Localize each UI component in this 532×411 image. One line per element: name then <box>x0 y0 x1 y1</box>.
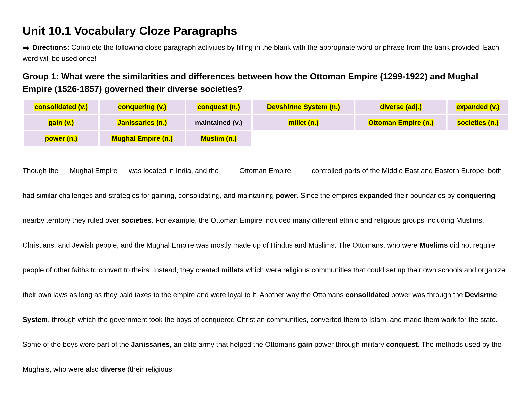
fill-blank[interactable]: Ottoman Empire <box>221 167 309 175</box>
directions-label: Directions: <box>32 43 69 51</box>
fill-blank[interactable]: Mughal Empire <box>61 167 126 175</box>
bold-word: power <box>276 191 297 199</box>
bold-word: millets <box>221 266 244 274</box>
word-bank-cell: Ottoman Empire (n.) <box>355 115 446 130</box>
word-bank-cell: expanded (v.) <box>447 100 508 114</box>
bold-word: conquering <box>457 191 495 199</box>
arrow-right-icon: ➡ <box>23 42 29 54</box>
text: power through military <box>313 340 386 348</box>
bold-word: expanded <box>359 191 392 199</box>
text: , an elite army that helped the Ottomans <box>170 340 298 348</box>
bold-word: Janissaries <box>131 340 170 348</box>
word-bank-cell: power (n.) <box>24 131 98 146</box>
word-bank-body: consolidated (v.)conquering (v.)conquest… <box>24 100 508 146</box>
word-bank-cell: Muslim (n.) <box>186 131 251 146</box>
word-bank-cell: conquest (n.) <box>186 100 251 114</box>
word-bank-cell <box>355 131 446 146</box>
worksheet-page: Unit 10.1 Vocabulary Cloze Paragraphs ➡ … <box>0 0 532 411</box>
word-bank-cell: maintained (v.) <box>186 115 251 130</box>
word-bank-cell: consolidated (v.) <box>24 100 98 114</box>
text: Though the <box>23 167 60 175</box>
text: was located in India, and the <box>127 167 221 175</box>
word-bank-table: consolidated (v.)conquering (v.)conquest… <box>23 98 509 147</box>
group-heading: Group 1: What were the similarities and … <box>23 70 509 95</box>
page-title: Unit 10.1 Vocabulary Cloze Paragraphs <box>23 24 509 37</box>
bold-word: diverse <box>101 365 125 373</box>
word-bank-cell <box>253 131 354 146</box>
word-bank-cell: millet (n.) <box>253 115 354 130</box>
bold-word: societies <box>121 216 151 224</box>
word-bank-cell: Janissaries (n.) <box>100 115 185 130</box>
bold-word: Muslims <box>419 241 448 249</box>
directions: ➡ Directions: Complete the following clo… <box>23 42 509 64</box>
word-bank-cell: gain (v.) <box>24 115 98 130</box>
word-bank-cell: Devshirme System (n.) <box>253 100 354 114</box>
cloze-paragraph: Though the Mughal Empire was located in … <box>23 158 509 382</box>
text: (their religious <box>125 365 172 373</box>
text: . Since the empires <box>297 191 359 199</box>
text: nearby territory they ruled over <box>23 216 121 224</box>
text: power was through the <box>389 291 465 299</box>
bold-word: consolidated <box>345 291 389 299</box>
text: their boundaries by <box>392 191 457 199</box>
word-bank-cell <box>447 131 508 146</box>
word-bank-cell: conquering (v.) <box>100 100 185 114</box>
bold-word: conquest <box>386 340 418 348</box>
word-bank-cell: Mughal Empire (n.) <box>100 131 185 146</box>
word-bank-cell: societies (n.) <box>447 115 508 130</box>
directions-text: Complete the following close paragraph a… <box>23 43 499 62</box>
word-bank-cell: diverse (adj.) <box>355 100 446 114</box>
bold-word: gain <box>298 340 312 348</box>
